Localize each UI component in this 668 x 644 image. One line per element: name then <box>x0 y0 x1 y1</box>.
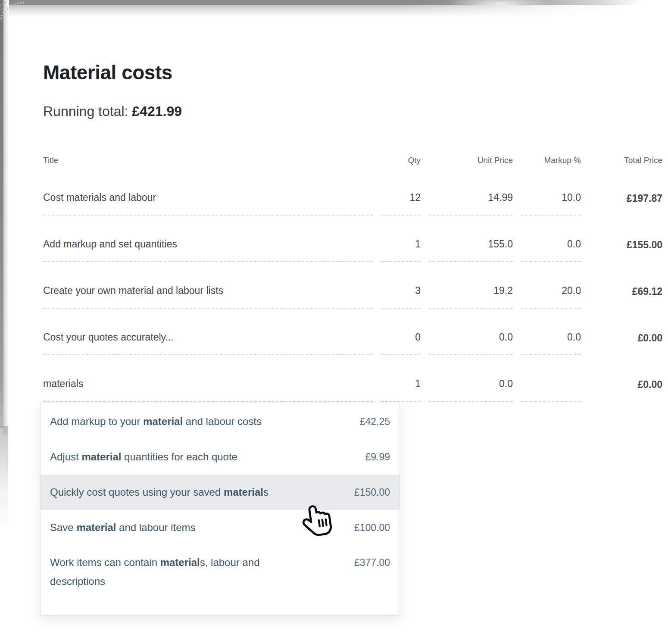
header-unit-price: Unit Price <box>428 152 513 169</box>
suggestion-item[interactable]: Work items can contain materials, labour… <box>41 545 400 613</box>
total-cell: £155.00 <box>589 216 662 262</box>
unit-price-cell[interactable]: 14.99 <box>428 169 513 216</box>
total-cell: £0.00 <box>589 309 662 355</box>
table-row: Cost your quotes accurately...00.00.0£0.… <box>43 309 662 355</box>
top-edge-shadow <box>0 5 668 18</box>
total-cell: £197.87 <box>589 169 662 216</box>
running-total: Running total: £421.99 <box>43 103 182 119</box>
window-left-edge <box>0 0 3 428</box>
total-cell: £69.12 <box>589 262 662 309</box>
unit-price-cell[interactable]: 155.0 <box>428 216 513 262</box>
table-row: Add markup and set quantities1155.00.0£1… <box>43 216 662 262</box>
title-cell[interactable]: Cost your quotes accurately... <box>43 309 373 355</box>
window-top-edge <box>0 0 668 5</box>
table-row: Cost materials and labour1214.9910.0£197… <box>43 169 662 216</box>
content-card: Material costs Running total: £421.99 Ti… <box>8 17 668 644</box>
table-body: Cost materials and labour1214.9910.0£197… <box>43 169 662 402</box>
unit-price-cell[interactable]: 19.2 <box>428 262 513 309</box>
corner-artifact <box>0 0 30 26</box>
suggestion-text: Save material and labour items <box>50 518 196 537</box>
total-cell: £0.00 <box>589 355 662 402</box>
suggestion-price: £377.00 <box>354 553 390 572</box>
suggestion-price: £150.00 <box>354 487 390 498</box>
qty-cell[interactable]: 3 <box>381 262 421 309</box>
qty-cell[interactable]: 1 <box>381 216 421 262</box>
markup-cell[interactable]: 20.0 <box>521 262 581 309</box>
suggestion-text: Work items can contain materials, labour… <box>50 553 309 591</box>
suggestion-text: Quickly cost quotes using your saved mat… <box>50 483 268 502</box>
left-edge-fade <box>0 426 8 531</box>
suggestion-price: £9.99 <box>365 451 390 463</box>
unit-price-cell[interactable]: 0.0 <box>428 355 513 402</box>
suggestion-item[interactable]: Quickly cost quotes using your saved mat… <box>41 475 400 510</box>
header-markup: Markup % <box>521 152 581 169</box>
title-cell[interactable]: Create your own material and labour list… <box>43 262 373 309</box>
unit-price-cell[interactable]: 0.0 <box>428 309 513 355</box>
suggestion-item[interactable]: Save material and labour items£100.00 <box>41 510 400 545</box>
table-row: Create your own material and labour list… <box>43 262 662 309</box>
page-title: Material costs <box>43 61 172 84</box>
title-cell[interactable]: materials <box>43 355 373 402</box>
title-cell[interactable]: Add markup and set quantities <box>43 216 373 262</box>
qty-cell[interactable]: 12 <box>381 169 421 216</box>
suggestion-text: Adjust material quantities for each quot… <box>50 447 237 466</box>
suggestion-text: Add markup to your material and labour c… <box>50 412 262 431</box>
header-qty: Qty <box>381 152 421 169</box>
table-header-row: Title Qty Unit Price Markup % Total Pric… <box>43 152 662 169</box>
title-cell[interactable]: Cost materials and labour <box>43 169 373 216</box>
markup-cell[interactable]: 0.0 <box>521 216 581 262</box>
qty-cell[interactable]: 0 <box>381 309 421 355</box>
suggestion-price: £100.00 <box>354 522 390 534</box>
qty-cell[interactable]: 1 <box>381 355 421 402</box>
suggestion-price: £42.25 <box>360 416 390 428</box>
markup-cell[interactable]: 0.0 <box>521 309 581 355</box>
table-row: materials10.0£0.00 <box>43 355 662 402</box>
running-total-label: Running total: <box>43 103 128 119</box>
header-title: Title <box>43 152 373 169</box>
running-total-value: £421.99 <box>132 103 182 119</box>
suggestion-item[interactable]: Adjust material quantities for each quot… <box>41 439 400 475</box>
header-total-price: Total Price <box>589 152 662 169</box>
screenshot-root: Material costs Running total: £421.99 Ti… <box>0 0 668 644</box>
material-costs-table: Title Qty Unit Price Markup % Total Pric… <box>43 152 662 402</box>
markup-cell[interactable] <box>521 355 581 402</box>
materials-suggestion-dropdown: Add markup to your material and labour c… <box>40 403 400 616</box>
suggestion-item[interactable]: Add markup to your material and labour c… <box>41 404 400 439</box>
markup-cell[interactable]: 10.0 <box>521 169 581 216</box>
